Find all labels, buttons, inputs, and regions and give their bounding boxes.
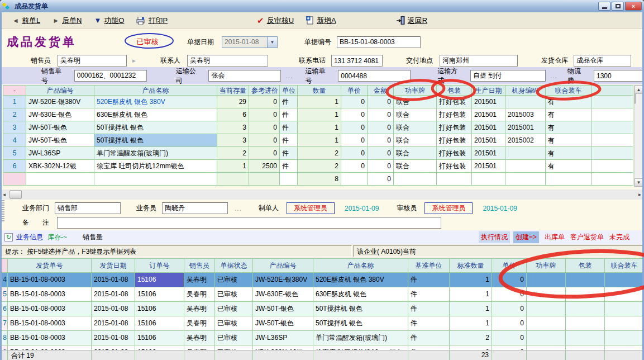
cell[interactable]: 0 — [341, 160, 368, 173]
cell[interactable]: BB-15-01-08-0003 — [8, 302, 92, 316]
cell[interactable]: 1 — [450, 316, 492, 331]
cell[interactable]: 2015-01-08 — [92, 273, 135, 287]
cell[interactable]: JW-50T-银色 — [253, 302, 313, 316]
cell[interactable]: 有 — [546, 108, 591, 121]
cell[interactable]: 0 — [341, 121, 368, 134]
table-row[interactable]: 1JW-520E-银380V520E酥皮机 银色 380V290件100联合打好… — [3, 96, 634, 108]
cell[interactable] — [591, 96, 633, 108]
unapprove-button[interactable]: ✔ 反审核U — [257, 16, 294, 26]
column-header[interactable]: 金额 — [368, 85, 394, 96]
cell[interactable]: 打好包装 — [437, 160, 472, 173]
cell[interactable]: 2 — [217, 147, 249, 160]
cell[interactable]: 201501 — [472, 121, 505, 134]
cell[interactable]: 件 — [280, 147, 298, 160]
column-header[interactable]: 发货日期 — [92, 258, 135, 273]
column-header[interactable]: 产品名称 — [313, 258, 408, 273]
hscroll-thumb[interactable] — [9, 190, 22, 199]
cell[interactable]: 0 — [341, 108, 368, 121]
column-header[interactable]: 联合装车 — [605, 258, 644, 273]
cell[interactable]: BB-15-01-08-0003 — [8, 273, 92, 287]
cell[interactable]: 2015-01-08 — [92, 302, 135, 316]
cell[interactable]: 1 — [450, 273, 492, 287]
cell[interactable]: 50T搅拌机 银色 — [313, 316, 408, 331]
cell[interactable]: 已审核 — [215, 287, 253, 302]
cell[interactable]: 件 — [280, 108, 298, 121]
table-row[interactable]: 6XBK-302N-12银徐宝库 吐司切片机12mm银色12500件200联合打… — [3, 160, 634, 173]
cell[interactable]: 联合 — [394, 160, 437, 173]
cell[interactable]: 打好包装 — [437, 121, 472, 134]
cell[interactable]: 联合 — [394, 96, 437, 108]
cell[interactable]: 吴春明 — [184, 273, 215, 287]
column-header[interactable]: 单位 — [280, 85, 298, 96]
cell[interactable]: 1 — [3, 96, 26, 108]
seller-input[interactable] — [58, 55, 127, 67]
warehouse-input[interactable] — [574, 55, 631, 67]
horizontal-scrollbar[interactable]: ◄ ► — [0, 190, 644, 200]
cell[interactable] — [605, 287, 644, 302]
cell[interactable] — [566, 302, 605, 316]
cell[interactable] — [566, 331, 605, 345]
table-row[interactable]: 8BB-15-01-08-00032015-01-0815106吴春明已审核JW… — [0, 331, 644, 345]
cell[interactable]: 单门常温醒发箱(玻璃门) — [94, 147, 217, 160]
column-header[interactable]: 包装 — [437, 85, 472, 96]
cell[interactable]: JW-L36SP — [26, 147, 94, 160]
cell[interactable]: 0 — [249, 121, 280, 134]
cell[interactable]: 2015-01-08 — [92, 331, 135, 345]
cell[interactable]: 件 — [280, 121, 298, 134]
cell[interactable] — [566, 273, 605, 287]
column-header[interactable]: 当前存量 — [217, 85, 249, 96]
cell[interactable]: 0 — [368, 121, 394, 134]
sales-order-input[interactable] — [74, 70, 147, 82]
cell[interactable]: 201501 — [472, 147, 505, 160]
maximize-button[interactable] — [612, 2, 624, 11]
prev-doc-button[interactable]: ◄ 前单L — [12, 16, 40, 26]
transport-company-more-button[interactable]: ... — [285, 72, 293, 80]
cell[interactable]: 0 — [368, 173, 394, 186]
cell[interactable]: 1 — [298, 96, 341, 108]
minimize-button[interactable] — [598, 2, 610, 11]
cell[interactable]: 件 — [408, 273, 450, 287]
table-row[interactable]: 5JW-L36SP单门常温醒发箱(玻璃门)20件200联合打好包装201501有 — [3, 147, 634, 160]
doc-date-combo[interactable]: ▼ — [222, 36, 278, 48]
print-button[interactable]: 打印P — [136, 16, 168, 26]
column-header[interactable]: 参考进价 — [249, 85, 280, 96]
cell[interactable] — [605, 302, 644, 316]
cell[interactable]: 吴春明 — [184, 316, 215, 331]
cell[interactable]: 件 — [408, 331, 450, 345]
transport-company-input[interactable] — [208, 70, 281, 82]
cell[interactable]: 1 — [217, 160, 249, 173]
table-row[interactable]: 7BB-15-01-08-00032015-01-0815106吴春明已审核JW… — [0, 316, 644, 331]
cell[interactable]: 6 — [217, 108, 249, 121]
cell[interactable] — [527, 331, 566, 345]
transport-mode-input[interactable] — [470, 70, 546, 82]
next-doc-button[interactable]: ► 后单N — [53, 16, 82, 26]
combo-dropdown-icon[interactable]: ▼ — [268, 36, 278, 48]
scroll-down-icon[interactable]: ▼ — [635, 178, 643, 187]
table-row[interactable]: 3JW-50T-银色50T搅拌机 银色30件100联合打好包装201501201… — [3, 121, 634, 134]
cell[interactable]: 联合 — [394, 147, 437, 160]
return-button[interactable]: 返回R — [397, 16, 427, 26]
cell[interactable] — [26, 173, 94, 186]
column-header[interactable]: 包装 — [566, 258, 605, 273]
cell[interactable] — [591, 173, 633, 186]
cell[interactable] — [527, 287, 566, 302]
cell[interactable]: 29 — [217, 96, 249, 108]
cell[interactable]: 已审核 — [215, 331, 253, 345]
close-button[interactable]: × — [625, 2, 642, 11]
cell[interactable] — [566, 316, 605, 331]
cell[interactable]: 6 — [3, 160, 26, 173]
contact-input[interactable] — [187, 55, 268, 67]
cell[interactable] — [605, 316, 644, 331]
cell[interactable] — [605, 331, 644, 345]
table-row[interactable]: 4JW-50T-银色50T搅拌机 银色30件100联合打好包装201501201… — [3, 134, 634, 147]
cell[interactable] — [505, 173, 546, 186]
add-new-button[interactable]: 新增A — [306, 16, 336, 26]
cell[interactable]: 联合 — [394, 108, 437, 121]
cell[interactable]: 有 — [546, 96, 591, 108]
cell[interactable] — [217, 173, 249, 186]
clerk-input[interactable] — [162, 202, 228, 214]
cell[interactable]: 0 — [249, 108, 280, 121]
column-header[interactable]: 单价 — [492, 258, 527, 273]
cell[interactable]: 15106 — [135, 273, 184, 287]
column-header[interactable]: - — [3, 85, 26, 96]
